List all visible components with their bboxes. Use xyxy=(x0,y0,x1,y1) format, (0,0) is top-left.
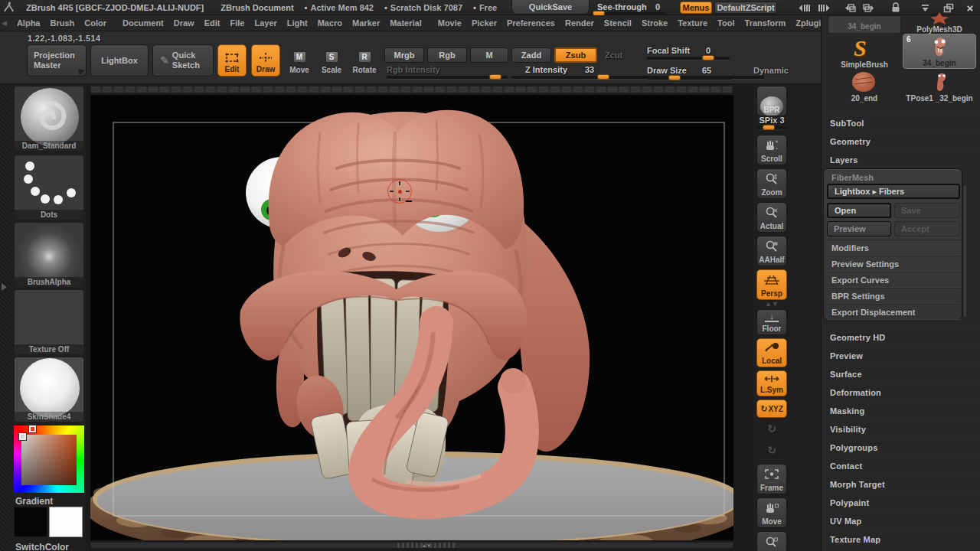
section-uv-map[interactable]: UV Map xyxy=(822,511,980,530)
restore-icon[interactable] xyxy=(939,2,958,14)
focal-shift-slider[interactable] xyxy=(647,57,730,60)
fiber-export-curves-row[interactable]: Export Curves xyxy=(827,272,960,288)
menu-layer[interactable]: Layer xyxy=(254,18,276,28)
material-thumbnail-skinshade4[interactable]: SkinShade4 xyxy=(14,357,84,422)
bpr-render-button[interactable]: BPR xyxy=(756,86,787,116)
menu-transform[interactable]: Transform xyxy=(745,18,786,28)
previous-ui-icon[interactable] xyxy=(840,2,858,14)
scroll-interface-right-icon[interactable] xyxy=(815,2,832,14)
tool-thumbnail-20-end[interactable]: 20_end xyxy=(828,72,901,107)
next-ui-icon[interactable] xyxy=(861,2,879,14)
default-zscript-button[interactable]: DefaultZScript xyxy=(714,2,777,14)
fiber-open-button[interactable]: Open xyxy=(827,203,891,218)
menu-document[interactable]: Document xyxy=(122,18,164,28)
persp-toggle-button[interactable]: Persp xyxy=(756,269,787,300)
main-color-swatch[interactable] xyxy=(14,507,47,537)
local-toggle-button[interactable]: Local xyxy=(756,338,787,367)
menus-button[interactable]: Menus xyxy=(680,2,712,14)
zadd-button[interactable]: Zadd xyxy=(511,47,551,63)
tool-thumbnail-tpose[interactable]: TPose1 _32_begin xyxy=(903,72,979,107)
menu-preferences[interactable]: Preferences xyxy=(507,18,555,28)
fiber-export-displacement-row[interactable]: Export Displacement xyxy=(827,304,960,320)
alpha-thumbnail-brushalpha[interactable]: BrushAlpha xyxy=(14,222,84,288)
scale-mode-button[interactable]: S Scale xyxy=(317,44,346,77)
fiber-save-button[interactable]: Save xyxy=(894,203,960,218)
left-tray-handle-icon[interactable] xyxy=(2,283,11,291)
section-preview[interactable]: Preview xyxy=(822,346,980,364)
zoom-canvas-button[interactable]: Zoom xyxy=(756,168,787,199)
switch-color-label[interactable]: SwitchColor xyxy=(15,542,69,551)
section-texture-map[interactable]: Texture Map xyxy=(822,530,980,548)
menu-tool[interactable]: Tool xyxy=(717,18,734,28)
aahalf-button[interactable]: AAHalf xyxy=(756,236,787,266)
m-button[interactable]: M xyxy=(470,47,508,63)
section-subtool[interactable]: SubTool xyxy=(822,113,980,132)
rgb-intensity-slider[interactable] xyxy=(387,76,508,79)
draw-size-slider-handle[interactable] xyxy=(668,75,681,80)
section-visibility[interactable]: Visibility xyxy=(822,419,980,438)
draw-mode-button[interactable]: Draw xyxy=(251,44,280,77)
menu-material[interactable]: Material xyxy=(390,18,422,28)
section-morph-target[interactable]: Morph Target xyxy=(822,474,980,493)
tool-thumbnail-polymesh3d[interactable]: PolyMesh3D xyxy=(903,15,976,35)
saturation-selector-icon[interactable] xyxy=(19,433,26,440)
menu-brush[interactable]: Brush xyxy=(50,18,74,28)
document-viewport[interactable] xyxy=(90,95,733,540)
menu-light[interactable]: Light xyxy=(287,18,308,28)
projection-master-button[interactable]: Projection Master xyxy=(27,44,87,77)
xyz-symmetry-button[interactable]: ↻ XYZ xyxy=(756,399,787,418)
menu-movie[interactable]: Movie xyxy=(438,18,462,28)
menu-stencil[interactable]: Stencil xyxy=(604,18,632,28)
fiber-bpr-settings-row[interactable]: BPR Settings xyxy=(827,288,960,304)
tool-thumbnail-simplebrush[interactable]: S SimpleBrush xyxy=(828,37,901,70)
canvas-scroll-handle[interactable]: ▲▼ xyxy=(397,543,456,548)
rotate-mode-button[interactable]: R Rotate xyxy=(349,44,380,77)
focal-shift-slider-handle[interactable] xyxy=(702,55,714,60)
secondary-color-swatch[interactable] xyxy=(49,507,83,537)
frame-button[interactable]: Frame xyxy=(756,464,787,494)
brush-thumbnail-dam-standard[interactable]: Dam_Standard xyxy=(14,86,84,152)
zcut-button[interactable]: Zcut xyxy=(605,51,622,60)
color-picker[interactable] xyxy=(14,425,84,493)
rgb-button[interactable]: Rgb xyxy=(427,47,467,63)
section-deformation[interactable]: Deformation xyxy=(822,383,980,401)
lightbox-button[interactable]: LightBox xyxy=(90,44,149,77)
close-icon[interactable]: × xyxy=(962,2,978,14)
menu-file[interactable]: File xyxy=(230,18,244,28)
stroke-thumbnail-dots[interactable]: Dots xyxy=(14,155,84,220)
texture-thumbnail-off[interactable]: Texture Off xyxy=(14,289,84,355)
menu-edit[interactable]: Edit xyxy=(204,18,220,28)
menu-draw[interactable]: Draw xyxy=(174,18,194,28)
quicksave-button[interactable]: QuickSave xyxy=(511,0,590,15)
scale-canvas-button[interactable]: Scale xyxy=(756,531,787,551)
panel-scrollbar[interactable] xyxy=(964,185,966,317)
menu-alpha[interactable]: Alpha xyxy=(17,18,41,28)
section-polygroups[interactable]: Polygroups xyxy=(822,438,980,456)
quick-sketch-button[interactable]: ✎ Quick Sketch xyxy=(152,44,214,77)
section-masking[interactable]: Masking xyxy=(822,401,980,419)
lock-icon[interactable] xyxy=(887,2,905,14)
scroll-interface-left-icon[interactable] xyxy=(796,2,813,14)
section-layers[interactable]: Layers xyxy=(822,150,980,168)
tool-thumbnail[interactable]: 34_begin xyxy=(828,15,901,34)
dynamic-toggle[interactable]: Dynamic xyxy=(753,66,789,75)
section-contact[interactable]: Contact xyxy=(822,456,980,474)
menu-marker[interactable]: Marker xyxy=(352,18,380,28)
fiber-preview-button[interactable]: Preview xyxy=(827,221,891,236)
minimize-icon[interactable] xyxy=(916,2,934,14)
spix-slider-handle[interactable] xyxy=(763,125,775,130)
menu-texture[interactable]: Texture xyxy=(678,18,707,28)
section-geometry[interactable]: Geometry xyxy=(822,132,980,150)
section-polypaint[interactable]: Polypaint xyxy=(822,493,980,511)
section-geometry-hd[interactable]: Geometry HD xyxy=(822,328,980,346)
canvas-top-scrollbar[interactable] xyxy=(90,86,733,93)
section-surface[interactable]: Surface xyxy=(822,364,980,383)
fibermesh-title[interactable]: FiberMesh xyxy=(831,173,874,182)
canvas-bottom-scrollbar[interactable]: ▲▼ xyxy=(90,542,733,549)
move-canvas-button[interactable]: Move xyxy=(756,497,787,528)
fiber-accept-button[interactable]: Accept xyxy=(894,221,960,236)
actual-size-button[interactable]: Actual xyxy=(756,202,787,233)
edit-mode-button[interactable]: Edit xyxy=(217,44,247,77)
fiber-modifiers-row[interactable]: Modifiers xyxy=(827,240,960,256)
z-intensity-slider-handle[interactable] xyxy=(597,74,609,80)
